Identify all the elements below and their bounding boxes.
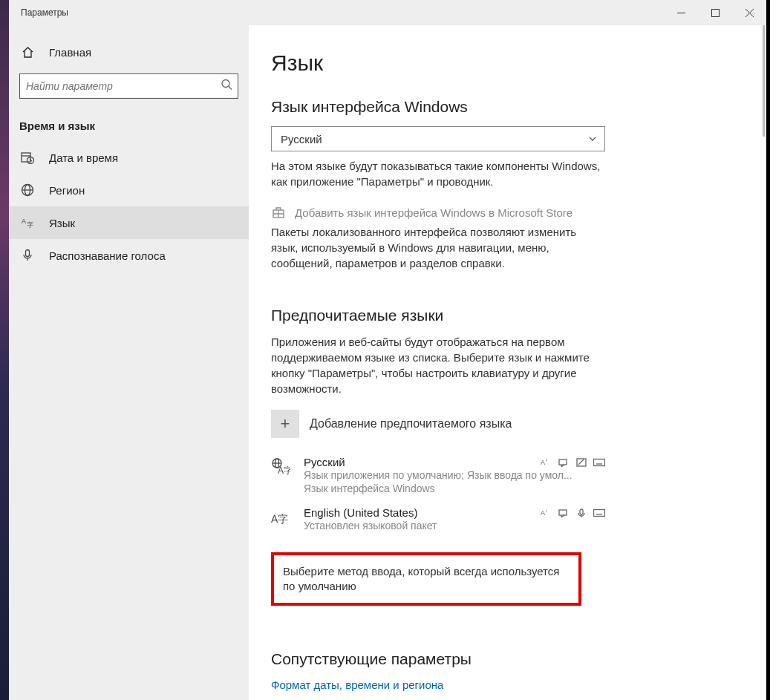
svg-text:字: 字 <box>27 221 33 229</box>
default-input-method-link[interactable]: Выберите метод ввода, который всегда исп… <box>283 564 570 595</box>
store-link-label: Добавить язык интерфейса Windows в Micro… <box>295 206 572 219</box>
language-name: English (United States) <box>304 506 417 519</box>
search-icon <box>221 79 232 94</box>
right-border <box>766 0 770 700</box>
page-title: Язык <box>271 50 744 76</box>
text-to-speech-icon: Aᵃ <box>540 457 552 468</box>
svg-text:A字: A字 <box>278 465 290 476</box>
desktop-edge <box>0 0 9 700</box>
speech-icon <box>558 508 570 518</box>
svg-rect-23 <box>577 459 586 466</box>
sidebar-item-speech[interactable]: Распознавание голоса <box>9 239 249 272</box>
sidebar: Главная Время и язык Дата и время Ре <box>9 25 249 700</box>
svg-text:A: A <box>541 509 545 517</box>
microphone-icon <box>19 249 36 262</box>
search-wrap <box>19 73 238 99</box>
scrollbar-thumb[interactable] <box>763 25 765 137</box>
preferred-languages-description: Приложения и веб-сайты будут отображатьс… <box>271 335 598 396</box>
language-glyph-icon: A字 <box>271 506 293 533</box>
svg-text:ᵃ: ᵃ <box>546 509 547 514</box>
language-item-english[interactable]: A字 English (United States) Aᵃ Установлен… <box>271 505 605 543</box>
svg-rect-35 <box>594 510 605 517</box>
language-meta: Язык приложения по умолчанию; Язык ввода… <box>304 468 578 483</box>
store-icon <box>271 206 286 219</box>
svg-rect-24 <box>594 459 605 466</box>
svg-rect-14 <box>26 250 30 257</box>
home-icon <box>19 46 36 59</box>
language-meta: Установлен языковой пакет <box>304 519 578 533</box>
sidebar-item-label: Регион <box>49 184 85 197</box>
window-title: Параметры <box>9 7 68 18</box>
scrollbar[interactable] <box>759 25 765 700</box>
language-icon: A字 <box>19 216 36 229</box>
chevron-down-icon <box>588 133 597 145</box>
highlighted-link-box: Выберите метод ввода, который всегда исп… <box>271 552 581 606</box>
language-item-russian[interactable]: A字 Русский Aᵃ Язык приложения по умолчан… <box>271 454 605 505</box>
titlebar: Параметры <box>9 0 766 25</box>
add-language-button[interactable]: + Добавление предпочитаемого языка <box>271 410 744 438</box>
sidebar-item-label: Дата и время <box>49 151 118 164</box>
language-meta2: Язык интерфейса Windows <box>304 483 605 494</box>
display-language-value: Русский <box>281 133 322 145</box>
language-feature-icons: Aᵃ <box>540 456 605 468</box>
preferred-languages-heading: Предпочитаемые языки <box>271 307 744 324</box>
text-to-speech-icon: Aᵃ <box>540 508 552 518</box>
svg-rect-1 <box>711 9 719 16</box>
content-area: Язык Язык интерфейса Windows Русский На … <box>249 25 766 700</box>
home-button[interactable]: Главная <box>9 39 249 66</box>
search-input[interactable] <box>19 73 238 99</box>
sidebar-item-region[interactable]: Регион <box>9 174 249 206</box>
display-language-heading: Язык интерфейса Windows <box>271 98 744 116</box>
window-body: Главная Время и язык Дата и время Ре <box>9 25 766 700</box>
svg-text:ᵃ: ᵃ <box>546 459 547 463</box>
sidebar-item-language[interactable]: A字 Язык <box>9 206 249 239</box>
svg-line-5 <box>229 87 232 90</box>
maximize-button[interactable] <box>698 0 732 25</box>
language-name: Русский <box>304 456 345 468</box>
close-button[interactable] <box>732 0 766 25</box>
svg-rect-34 <box>580 509 583 514</box>
handwriting-icon <box>575 457 587 468</box>
language-feature-icons: Aᵃ <box>540 506 605 518</box>
language-glyph-icon: A字 <box>271 456 293 494</box>
calendar-clock-icon <box>19 151 36 164</box>
display-language-description: На этом языке будут показываться такие к… <box>271 159 605 189</box>
sidebar-item-datetime[interactable]: Дата и время <box>9 141 249 174</box>
home-label: Главная <box>49 46 91 59</box>
keyboard-icon <box>593 457 605 468</box>
window-controls <box>664 0 766 25</box>
sidebar-item-label: Язык <box>49 217 75 229</box>
category-header: Время и язык <box>9 112 249 141</box>
svg-point-4 <box>222 80 229 88</box>
globe-icon <box>19 183 36 197</box>
minimize-button[interactable] <box>664 0 698 25</box>
related-settings-heading: Сопутствующие параметры <box>271 650 744 668</box>
svg-text:A: A <box>541 459 545 466</box>
store-description: Пакеты локализованного интерфейса позвол… <box>271 225 605 271</box>
add-language-label: Добавление предпочитаемого языка <box>310 417 512 431</box>
store-link[interactable]: Добавить язык интерфейса Windows в Micro… <box>271 206 744 219</box>
keyboard-icon <box>593 508 605 518</box>
svg-rect-22 <box>559 459 567 465</box>
svg-rect-33 <box>559 510 567 515</box>
sidebar-item-label: Распознавание голоса <box>49 249 166 262</box>
plus-icon: + <box>271 410 299 438</box>
voice-icon <box>575 508 587 518</box>
related-settings-link[interactable]: Формат даты, времени и региона <box>271 678 744 691</box>
speech-icon <box>558 457 570 468</box>
svg-text:A: A <box>22 217 26 225</box>
settings-window: Параметры Главная <box>9 0 766 700</box>
display-language-select[interactable]: Русский <box>271 126 605 151</box>
svg-text:A字: A字 <box>271 513 288 525</box>
